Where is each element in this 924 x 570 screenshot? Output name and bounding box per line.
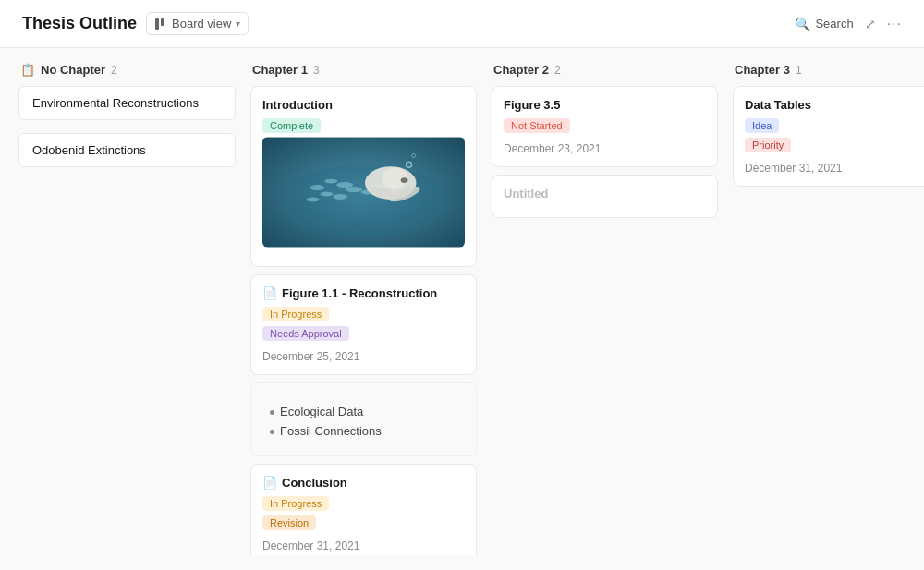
column-chapter-1: Chapter 1 3 Introduction Complete	[250, 63, 477, 555]
bullet-dot	[270, 410, 274, 415]
expand-button[interactable]: ⤢	[865, 17, 876, 31]
column-count-chapter-3: 1	[796, 64, 802, 77]
card-title: Untitled	[504, 187, 706, 200]
svg-point-3	[281, 164, 445, 237]
card-date: December 23, 2021	[504, 142, 706, 155]
card-conclusion[interactable]: 📄 Conclusion In Progress Revision Decemb…	[250, 464, 477, 555]
list-item: Fossil Connections	[270, 421, 465, 441]
card-date: December 31, 2021	[262, 540, 465, 552]
card-untitled[interactable]: Untitled	[492, 175, 718, 218]
card-tags: In Progress Revision	[262, 495, 465, 534]
tag-in-progress: In Progress	[262, 496, 329, 511]
card-title: Introduction	[262, 98, 465, 112]
tag-needs-approval: Needs Approval	[262, 326, 349, 341]
more-options-button[interactable]: ···	[887, 16, 902, 32]
header-right: 🔍 Search ⤢ ···	[795, 16, 902, 32]
svg-rect-1	[161, 18, 164, 26]
chapter-2-cards: Figure 3.5 Not Started December 23, 2021…	[492, 86, 718, 218]
board-view-label: Board view	[172, 17, 231, 30]
bullet-text: Fossil Connections	[280, 424, 382, 438]
search-label: Search	[815, 17, 853, 30]
column-chapter-2: Chapter 2 2 Figure 3.5 Not Started Decem…	[492, 63, 718, 555]
tag-revision: Revision	[262, 515, 316, 530]
board-view-icon	[154, 18, 167, 30]
column-title-no-chapter: No Chapter	[41, 63, 105, 77]
column-header-chapter-1: Chapter 1 3	[250, 63, 477, 77]
board-view-button[interactable]: Board view ▾	[146, 12, 249, 35]
column-count-chapter-2: 2	[554, 64, 561, 77]
page-title: Thesis Outline	[22, 14, 137, 33]
column-title-chapter-2: Chapter 2	[493, 63, 549, 77]
card-figure-3-5[interactable]: Figure 3.5 Not Started December 23, 2021	[492, 86, 718, 167]
card-title: Figure 3.5	[504, 98, 706, 112]
svg-point-11	[307, 197, 320, 201]
bullet-dot	[270, 430, 274, 434]
column-header-chapter-2: Chapter 2 2	[492, 63, 718, 77]
svg-point-6	[336, 182, 353, 188]
document-icon: 📄	[262, 476, 277, 490]
card-title-text: Figure 1.1 - Reconstruction	[282, 286, 437, 300]
list-item[interactable]: Environmental Reconstructions	[18, 86, 236, 120]
card-date: December 25, 2021	[262, 350, 465, 363]
list-item-label: Odobenid Extinctions	[32, 143, 146, 157]
svg-rect-0	[155, 18, 159, 30]
card-data-tables[interactable]: Data Tables Idea Priority December 31, 2…	[733, 86, 924, 187]
card-title-text: Conclusion	[282, 476, 347, 490]
card-image	[262, 137, 465, 248]
list-item: Ecological Data	[270, 402, 465, 421]
card-tags: Idea Priority	[745, 117, 924, 156]
search-icon: 🔍	[795, 17, 810, 31]
card-tags: In Progress Needs Approval	[262, 306, 465, 345]
svg-point-9	[346, 187, 362, 192]
card-introduction[interactable]: Introduction Complete	[250, 86, 477, 267]
column-count-no-chapter: 2	[111, 64, 117, 77]
svg-point-8	[333, 194, 347, 200]
bullet-list: Ecological Data Fossil Connections	[262, 394, 465, 444]
chevron-down-icon: ▾	[236, 18, 240, 29]
column-chapter-3: Chapter 3 1 Data Tables Idea Priority De…	[733, 63, 924, 555]
column-title-chapter-1: Chapter 1	[252, 63, 308, 77]
list-item-label: Environmental Reconstructions	[32, 96, 199, 110]
card-title: 📄 Conclusion	[262, 476, 465, 490]
header: Thesis Outline Board view ▾ 🔍 Search ⤢ ·…	[0, 0, 924, 48]
card-bullet-list[interactable]: Ecological Data Fossil Connections	[250, 382, 477, 456]
bullet-text: Ecological Data	[280, 405, 363, 418]
tag-in-progress: In Progress	[262, 307, 329, 321]
list-item[interactable]: Odobenid Extinctions	[18, 133, 236, 167]
column-header-no-chapter: 📋 No Chapter 2	[18, 63, 236, 77]
card-title: Data Tables	[745, 98, 924, 112]
svg-point-7	[320, 192, 333, 197]
card-figure-1-1[interactable]: 📄 Figure 1.1 - Reconstruction In Progres…	[250, 274, 477, 375]
column-no-chapter: 📋 No Chapter 2 Environmental Reconstruct…	[18, 63, 236, 555]
svg-point-5	[324, 179, 337, 184]
chapter-1-cards: Introduction Complete	[250, 86, 477, 555]
board: 📋 No Chapter 2 Environmental Reconstruct…	[0, 48, 924, 570]
tag-idea: Idea	[745, 118, 779, 133]
no-chapter-icon: 📋	[20, 63, 35, 77]
tag-not-started: Not Started	[504, 118, 570, 133]
column-title-chapter-3: Chapter 3	[735, 63, 790, 77]
document-icon: 📄	[262, 286, 277, 300]
column-count-chapter-1: 3	[313, 64, 320, 77]
header-left: Thesis Outline Board view ▾	[22, 12, 249, 35]
svg-point-4	[310, 185, 325, 190]
column-header-chapter-3: Chapter 3 1	[733, 63, 924, 77]
search-button[interactable]: 🔍 Search	[795, 17, 853, 31]
tag-complete: Complete	[262, 118, 321, 133]
chapter-3-cards: Data Tables Idea Priority December 31, 2…	[733, 86, 924, 187]
no-chapter-cards: Environmental Reconstructions Odobenid E…	[18, 86, 236, 173]
tag-priority: Priority	[745, 138, 791, 152]
svg-point-18	[401, 177, 408, 183]
card-date: December 31, 2021	[745, 162, 924, 175]
card-title: 📄 Figure 1.1 - Reconstruction	[262, 286, 465, 300]
